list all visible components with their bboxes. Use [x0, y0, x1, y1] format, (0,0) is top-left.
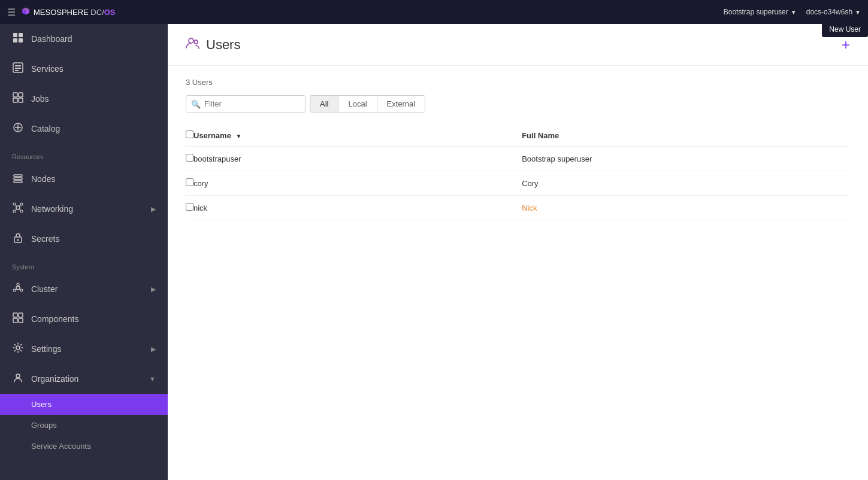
svg-rect-10	[13, 98, 17, 102]
organization-arrow-icon: ▼	[149, 375, 156, 382]
sidebar-item-services[interactable]: Services	[0, 54, 168, 84]
layout: Dashboard Services Jobs Catalog Resource…	[0, 24, 868, 480]
cluster-icon	[12, 282, 24, 296]
svg-rect-0	[13, 33, 17, 37]
svg-rect-15	[14, 175, 22, 177]
filter-search-icon: 🔍	[191, 99, 201, 108]
content-area: 3 Users 🔍 All Local External	[168, 66, 868, 232]
sidebar-item-secrets[interactable]: Secrets	[0, 224, 168, 254]
sidebar-item-label: Secrets	[31, 234, 59, 244]
sidebar-item-nodes[interactable]: Nodes	[0, 164, 168, 194]
svg-point-43	[194, 40, 198, 44]
table-header-fullname: Full Name	[522, 124, 850, 147]
table-row: nick Nick	[186, 196, 850, 220]
user-label: Bootstrap superuser	[724, 8, 788, 16]
sidebar-item-dashboard[interactable]: Dashboard	[0, 24, 168, 54]
page-title: Users	[206, 37, 240, 53]
svg-line-35	[16, 289, 17, 290]
row-fullname: Cory	[522, 171, 850, 196]
sidebar-sub-item-groups[interactable]: Groups	[0, 415, 168, 436]
dashboard-icon	[12, 32, 24, 45]
tab-group: All Local External	[310, 95, 425, 113]
sidebar-item-label: Catalog	[31, 124, 60, 133]
services-icon	[12, 62, 24, 75]
svg-point-28	[17, 239, 19, 241]
svg-point-42	[189, 38, 193, 43]
svg-rect-5	[15, 65, 21, 66]
filter-input[interactable]	[186, 95, 306, 113]
select-all-checkbox[interactable]	[186, 130, 193, 138]
sidebar-item-label: Components	[31, 314, 78, 324]
svg-point-22	[20, 210, 23, 212]
sidebar-item-catalog[interactable]: Catalog	[0, 114, 168, 144]
cluster-dropdown-arrow: ▼	[855, 9, 861, 16]
sidebar-item-organization[interactable]: Organization ▼	[0, 364, 168, 394]
catalog-icon	[12, 122, 24, 135]
svg-rect-16	[14, 178, 22, 180]
page-title-area: Users	[186, 36, 240, 53]
row-checkbox-cell	[186, 147, 193, 171]
svg-point-32	[13, 289, 16, 291]
sidebar-item-cluster[interactable]: Cluster ▶	[0, 274, 168, 304]
username-sort-icon: ▼	[236, 133, 242, 139]
page-header: Users +	[168, 24, 868, 66]
organization-icon	[12, 372, 24, 385]
sidebar-item-networking[interactable]: Networking ▶	[0, 194, 168, 224]
logo-icon	[20, 7, 31, 17]
tab-all[interactable]: All	[310, 95, 338, 113]
sidebar-item-label: Networking	[31, 204, 73, 214]
sidebar-item-label: Settings	[31, 344, 62, 354]
sidebar-item-components[interactable]: Components	[0, 304, 168, 334]
logo: MESOSPHERE DC/OS	[20, 7, 116, 17]
sidebar: Dashboard Services Jobs Catalog Resource…	[0, 24, 168, 480]
svg-rect-3	[19, 38, 23, 42]
cluster-arrow-icon: ▶	[151, 285, 156, 293]
users-title-icon	[186, 36, 200, 53]
sidebar-item-label: Services	[31, 64, 63, 74]
settings-arrow-icon: ▶	[151, 345, 156, 353]
system-section-label: System	[0, 254, 168, 274]
user-dropdown-arrow: ▼	[791, 9, 797, 16]
svg-line-25	[16, 209, 17, 210]
row-fullname: Nick	[522, 196, 850, 220]
hamburger-icon[interactable]: ☰	[7, 7, 16, 18]
row-username[interactable]: cory	[193, 171, 522, 196]
cluster-label: docs-o34w6sh	[806, 8, 852, 16]
sidebar-item-settings[interactable]: Settings ▶	[0, 334, 168, 364]
sidebar-item-jobs[interactable]: Jobs	[0, 84, 168, 114]
sidebar-sub-item-users[interactable]: Users	[0, 394, 168, 415]
svg-line-26	[19, 209, 20, 210]
sidebar-sub-item-service-accounts[interactable]: Service Accounts	[0, 436, 168, 457]
networking-arrow-icon: ▶	[151, 205, 156, 213]
svg-point-30	[17, 283, 19, 285]
svg-rect-6	[15, 68, 21, 69]
components-icon	[12, 312, 24, 326]
top-navbar: ☰ MESOSPHERE DC/OS Bootstrap superuser ▼…	[0, 0, 868, 24]
svg-rect-11	[19, 98, 23, 102]
row-checkbox[interactable]	[186, 203, 193, 211]
sidebar-item-label: Cluster	[31, 284, 58, 294]
tab-local[interactable]: Local	[338, 95, 377, 113]
row-username[interactable]: nick	[193, 196, 522, 220]
row-fullname: Bootstrap superuser	[522, 147, 850, 171]
row-checkbox-cell	[186, 196, 193, 220]
table-header-username[interactable]: Username ▼	[193, 124, 522, 147]
row-checkbox[interactable]	[186, 178, 193, 186]
settings-icon	[12, 342, 24, 356]
svg-rect-39	[19, 318, 23, 323]
secrets-icon	[12, 232, 24, 245]
row-username[interactable]: bootstrapuser	[193, 147, 522, 171]
svg-line-34	[20, 289, 21, 290]
row-checkbox[interactable]	[186, 154, 193, 162]
svg-rect-1	[19, 33, 23, 37]
topnav-right: Bootstrap superuser ▼ docs-o34w6sh ▼	[724, 8, 861, 16]
user-dropdown[interactable]: Bootstrap superuser ▼	[724, 8, 797, 16]
svg-point-29	[16, 286, 20, 290]
users-table: Username ▼ Full Name bootstrapuser	[186, 124, 850, 220]
new-user-tooltip: New User	[822, 22, 868, 37]
tab-external[interactable]: External	[377, 95, 426, 113]
add-user-button[interactable]: +	[842, 38, 850, 52]
cluster-dropdown[interactable]: docs-o34w6sh ▼	[806, 8, 861, 16]
svg-rect-36	[13, 313, 17, 317]
svg-rect-38	[13, 318, 17, 323]
